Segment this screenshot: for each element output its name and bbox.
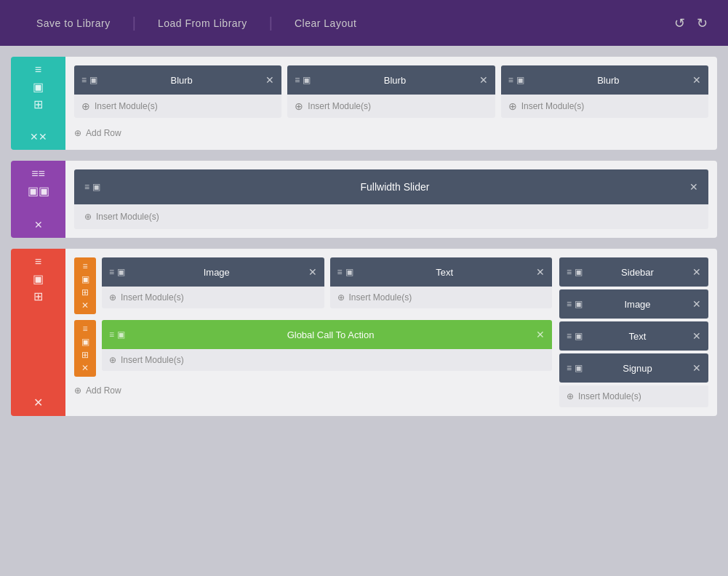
section-1-row-1: ≡ ▣ Blurb ✕ ⊕ Insert Module(s) [74, 65, 708, 118]
module-cta-icons: ≡ ▣ [109, 329, 125, 340]
section-3-row-2-sidebar: ≡ ▣ ⊞ ✕ [74, 320, 96, 377]
module-text: ≡ ▣ Text ✕ ⊕ Insert Module(s) [330, 257, 553, 308]
sp-text-title: Text [587, 331, 688, 342]
section-2-close-icon[interactable]: ✕ [34, 219, 43, 231]
module-blurb-3-insert: Insert Module(s) [521, 101, 585, 111]
blurb2-hamburger-icon[interactable]: ≡ [295, 75, 300, 85]
sidebar-panel-sidebar-module: ≡ ▣ Sidebar ✕ [559, 257, 708, 287]
module-blurb-2-close[interactable]: ✕ [479, 74, 488, 86]
module-image-header: ≡ ▣ Image ✕ [102, 257, 324, 287]
row2-monitor-icon[interactable]: ▣ [81, 337, 89, 346]
image-monitor-icon[interactable]: ▣ [117, 267, 125, 277]
fullwidth-plus-icon: ⊕ [84, 212, 92, 222]
sp-image-hamburger[interactable]: ≡ [567, 299, 572, 309]
sp-signup-close[interactable]: ✕ [692, 362, 701, 374]
sp-text-hamburger[interactable]: ≡ [567, 331, 572, 341]
module-blurb-2-header: ≡ ▣ Blurb ✕ [287, 65, 495, 95]
image-hamburger-icon[interactable]: ≡ [109, 267, 114, 277]
module-cta-footer[interactable]: ⊕ Insert Module(s) [102, 349, 552, 371]
blurb2-monitor-icon[interactable]: ▣ [303, 75, 311, 85]
section-1-content: ≡ ▣ Blurb ✕ ⊕ Insert Module(s) [65, 57, 717, 150]
row1-menu-icon[interactable]: ≡ [82, 262, 87, 271]
section-3-row-1-modules: ≡ ▣ Image ✕ ⊕ Insert Module(s) [102, 257, 552, 314]
module-image-close[interactable]: ✕ [308, 266, 317, 278]
module-blurb-1-close[interactable]: ✕ [265, 74, 274, 86]
module-blurb-1-insert: Insert Module(s) [95, 101, 158, 111]
module-image-icons: ≡ ▣ [109, 267, 125, 277]
module-blurb-3-icons: ≡ ▣ [508, 75, 524, 85]
section-3-add-row[interactable]: ⊕ Add Row [74, 383, 552, 399]
load-from-library-button[interactable]: Load From Library [136, 0, 269, 46]
module-blurb-3-footer[interactable]: ⊕ Insert Module(s) [501, 95, 708, 118]
clear-layout-button[interactable]: Clear Layout [273, 0, 378, 46]
main-content: ✕ ≡ ▣ Blurb [0, 46, 728, 576]
sp-sidebar-close[interactable]: ✕ [692, 266, 701, 278]
sp-image-close[interactable]: ✕ [692, 298, 701, 310]
cta-monitor-icon[interactable]: ▣ [117, 329, 125, 340]
text-hamburger-icon[interactable]: ≡ [337, 267, 343, 277]
fullwidth-insert-label: Insert Module(s) [96, 212, 159, 222]
section-1-module-row: ≡ ▣ Blurb ✕ ⊕ Insert Module(s) [74, 65, 708, 118]
save-to-library-button[interactable]: Save to Library [15, 0, 132, 46]
blurb1-monitor-icon[interactable]: ▣ [89, 75, 97, 85]
section-3-sidebar-panel: ≡ ▣ Sidebar ✕ ≡ ▣ Image ✕ [559, 257, 708, 407]
module-image-footer[interactable]: ⊕ Insert Module(s) [102, 287, 324, 308]
section-3-menu-icon[interactable]: ≡ [35, 256, 41, 268]
module-text-footer[interactable]: ⊕ Insert Module(s) [330, 287, 553, 308]
module-text-close[interactable]: ✕ [536, 266, 545, 278]
sidebar-panel-image-module: ≡ ▣ Image ✕ [559, 289, 708, 319]
sp-sidebar-hamburger[interactable]: ≡ [567, 267, 572, 277]
section-1-sidebar: ✕ [11, 57, 65, 150]
section3-add-row-label: Add Row [86, 385, 121, 396]
module-cta-close[interactable]: ✕ [536, 329, 545, 340]
module-blurb-1-icons: ≡ ▣ [81, 75, 97, 85]
row1-close-icon[interactable]: ✕ [81, 301, 89, 310]
section-2-sidebar: ≡ ▣ ✕ [11, 161, 65, 238]
blurb3-monitor-icon[interactable]: ▣ [516, 75, 524, 85]
sp-signup-hamburger[interactable]: ≡ [567, 363, 572, 373]
top-toolbar: Save to Library | Load From Library | Cl… [0, 0, 728, 46]
section-3-monitor-icon[interactable]: ▣ [33, 273, 44, 285]
cta-hamburger-icon[interactable]: ≡ [109, 329, 114, 340]
sp-signup-monitor[interactable]: ▣ [575, 363, 583, 373]
section-1-menu-icon[interactable] [35, 64, 41, 76]
section-2-menu-icon[interactable]: ≡ [31, 168, 45, 180]
row1-grid-icon[interactable]: ⊞ [81, 288, 89, 297]
module-text-header: ≡ ▣ Text ✕ [330, 257, 553, 287]
redo-button[interactable]: ↻ [691, 0, 713, 46]
section-3-row-1-sidebar: ≡ ▣ ⊞ ✕ [74, 257, 96, 314]
sp-text-close[interactable]: ✕ [692, 330, 701, 342]
sp-image-icons: ≡ ▣ [567, 299, 583, 309]
sp-sidebar-monitor[interactable]: ▣ [575, 267, 583, 277]
blurb1-hamburger-icon[interactable]: ≡ [81, 75, 87, 85]
module-cta-title: Global Call To Action [129, 329, 532, 340]
section-1-close-icon[interactable]: ✕ [30, 131, 47, 143]
fullwidth-slider-close[interactable]: ✕ [689, 181, 698, 193]
fullwidth-slider-footer[interactable]: ⊕ Insert Module(s) [74, 204, 708, 229]
module-blurb-1-footer[interactable]: ⊕ Insert Module(s) [74, 95, 281, 118]
sp-signup-icons: ≡ ▣ [567, 363, 583, 373]
module-blurb-3: ≡ ▣ Blurb ✕ ⊕ Insert Module(s) [501, 65, 708, 118]
module-blurb-2-footer[interactable]: ⊕ Insert Module(s) [287, 95, 495, 118]
undo-button[interactable]: ↺ [668, 0, 691, 46]
module-blurb-3-close[interactable]: ✕ [692, 74, 701, 86]
sidebar-panel-footer[interactable]: ⊕ Insert Module(s) [559, 385, 708, 407]
sp-insert-label: Insert Module(s) [578, 391, 641, 401]
blurb3-hamburger-icon[interactable]: ≡ [508, 75, 513, 85]
fullwidth-monitor-icon[interactable]: ▣ [92, 182, 100, 192]
section-1-add-row[interactable]: ⊕ Add Row [74, 125, 708, 141]
fullwidth-slider-module: ≡ ▣ Fullwidth Slider ✕ ⊕ Insert Module(s… [74, 169, 708, 229]
sp-text-monitor[interactable]: ▣ [575, 331, 583, 341]
section-2-monitor-icon[interactable]: ▣ [28, 185, 49, 197]
text-monitor-icon[interactable]: ▣ [345, 267, 353, 277]
row2-grid-icon[interactable]: ⊞ [81, 351, 89, 359]
section-1-monitor-icon[interactable] [33, 81, 44, 93]
row2-close-icon[interactable]: ✕ [81, 364, 89, 372]
row1-monitor-icon[interactable]: ▣ [81, 275, 89, 284]
sp-image-monitor[interactable]: ▣ [575, 299, 583, 309]
row2-menu-icon[interactable]: ≡ [82, 324, 87, 333]
section-3-close-icon[interactable]: ✕ [33, 397, 43, 409]
fullwidth-hamburger-icon[interactable]: ≡ [84, 182, 89, 192]
section-1-rows-icon[interactable] [33, 99, 43, 111]
section-3-rows-icon[interactable]: ⊞ [33, 291, 43, 303]
